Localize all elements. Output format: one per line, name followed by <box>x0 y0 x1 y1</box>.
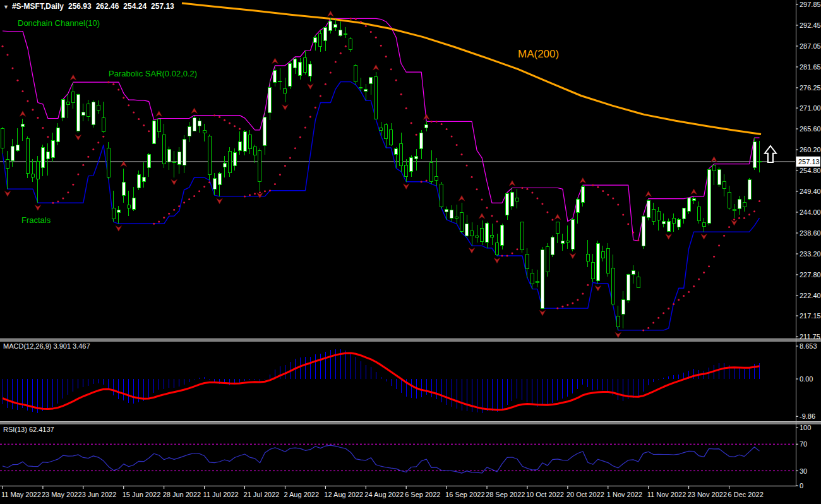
candle-body[interactable] <box>576 200 579 213</box>
candle-body[interactable] <box>642 216 645 246</box>
candle-body[interactable] <box>213 179 216 189</box>
candle-body[interactable] <box>324 27 327 40</box>
candle-body[interactable] <box>208 136 211 175</box>
candle-body[interactable] <box>400 144 403 165</box>
candle-body[interactable] <box>591 262 594 279</box>
candle-body[interactable] <box>743 202 746 207</box>
candle-body[interactable] <box>198 121 201 126</box>
candle-body[interactable] <box>541 250 544 308</box>
candle-body[interactable] <box>385 124 388 139</box>
candle-body[interactable] <box>102 118 105 132</box>
candle-body[interactable] <box>354 65 357 81</box>
candle-body[interactable] <box>405 165 408 176</box>
candle-body[interactable] <box>253 147 256 155</box>
candle-body[interactable] <box>339 30 342 36</box>
candle-body[interactable] <box>611 268 614 304</box>
candle-body[interactable] <box>481 228 484 241</box>
candle-body[interactable] <box>152 121 155 143</box>
candle-body[interactable] <box>92 102 95 125</box>
candle-body[interactable] <box>561 241 564 244</box>
candle-body[interactable] <box>117 210 120 213</box>
candle-body[interactable] <box>712 165 716 171</box>
candle-body[interactable] <box>349 39 352 49</box>
candle-body[interactable] <box>1 128 4 148</box>
candle-body[interactable] <box>606 248 609 273</box>
candle-body[interactable] <box>157 119 160 131</box>
candle-body[interactable] <box>314 38 317 42</box>
candle-body[interactable] <box>97 105 100 111</box>
candle-body[interactable] <box>733 209 736 210</box>
candle-body[interactable] <box>167 149 171 162</box>
candle-body[interactable] <box>530 273 534 284</box>
candle-body[interactable] <box>248 135 251 149</box>
candle-body[interactable] <box>41 148 44 168</box>
candle-body[interactable] <box>369 78 373 84</box>
candle-body[interactable] <box>183 140 186 165</box>
candle-body[interactable] <box>501 225 504 245</box>
candle-body[interactable] <box>430 162 433 181</box>
candle-body[interactable] <box>692 199 695 201</box>
candle-body[interactable] <box>263 117 267 146</box>
candle-body[interactable] <box>390 129 393 145</box>
candle-body[interactable] <box>112 208 115 219</box>
candle-body[interactable] <box>465 224 469 236</box>
candle-body[interactable] <box>581 186 584 203</box>
candle-body[interactable] <box>551 237 554 255</box>
candle-body[interactable] <box>738 199 741 208</box>
candle-body[interactable] <box>410 158 413 172</box>
candle-body[interactable] <box>748 179 751 199</box>
candle-body[interactable] <box>601 252 604 258</box>
candle-body[interactable] <box>425 124 428 128</box>
candle-body[interactable] <box>71 92 75 102</box>
candle-body[interactable] <box>395 149 398 155</box>
candle-body[interactable] <box>193 118 196 131</box>
candle-body[interactable] <box>258 151 261 182</box>
candle-body[interactable] <box>546 247 549 272</box>
candle-body[interactable] <box>294 59 297 68</box>
candle-body[interactable] <box>652 210 655 222</box>
candle-body[interactable] <box>496 243 499 255</box>
candle-body[interactable] <box>556 222 559 233</box>
candle-body[interactable] <box>46 152 49 159</box>
candle-body[interactable] <box>233 152 236 165</box>
candle-body[interactable] <box>525 255 529 269</box>
candle-body[interactable] <box>107 148 110 177</box>
candle-body[interactable] <box>127 205 130 208</box>
candle-body[interactable] <box>486 224 489 243</box>
candle-body[interactable] <box>667 221 670 231</box>
candle-body[interactable] <box>289 64 292 86</box>
candle-body[interactable] <box>304 58 307 73</box>
candle-body[interactable] <box>435 176 438 181</box>
candle-body[interactable] <box>243 132 246 152</box>
candle-body[interactable] <box>717 170 721 185</box>
candle-body[interactable] <box>228 151 231 172</box>
candle-body[interactable] <box>677 220 680 227</box>
candle-body[interactable] <box>450 210 453 218</box>
candle-body[interactable] <box>672 219 675 223</box>
candle-body[interactable] <box>455 217 458 218</box>
candle-body[interactable] <box>16 145 19 151</box>
collapse-chevron-icon[interactable]: ▼ <box>3 4 9 10</box>
candle-body[interactable] <box>364 90 368 91</box>
candle-body[interactable] <box>188 126 191 136</box>
candle-body[interactable] <box>334 24 337 27</box>
candle-body[interactable] <box>445 210 448 212</box>
candle-body[interactable] <box>81 112 85 115</box>
candle-body[interactable] <box>626 274 630 300</box>
candle-body[interactable] <box>420 133 423 149</box>
candle-body[interactable] <box>506 193 509 215</box>
candle-body[interactable] <box>223 163 226 167</box>
candle-body[interactable] <box>122 182 125 195</box>
candle-body[interactable] <box>56 128 59 141</box>
candle-body[interactable] <box>147 155 150 167</box>
candle-body[interactable] <box>375 77 378 119</box>
candle-body[interactable] <box>728 193 731 208</box>
candle-body[interactable] <box>11 147 14 161</box>
candle-body[interactable] <box>520 222 524 250</box>
candle-body[interactable] <box>218 173 221 184</box>
candle-body[interactable] <box>142 177 145 181</box>
candle-body[interactable] <box>273 71 277 82</box>
candle-body[interactable] <box>440 184 443 207</box>
candle-body[interactable] <box>279 81 282 81</box>
candle-body[interactable] <box>637 277 640 287</box>
